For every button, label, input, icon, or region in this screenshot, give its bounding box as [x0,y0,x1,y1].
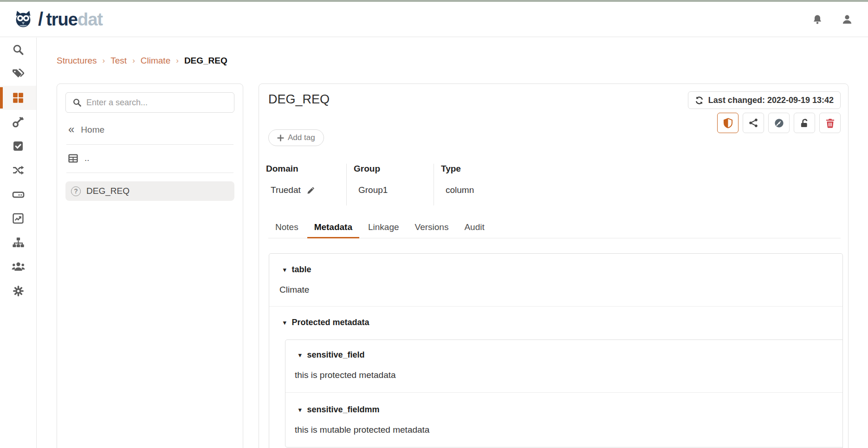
protected-metadata-group: ▾ sensitive_field this is protected meta… [285,339,843,448]
nav-rail [0,38,37,448]
subsection-title: sensitive_field [307,350,365,360]
logo-true: true [46,10,78,29]
field-value: Group1 [358,185,388,195]
caret-down-icon: ▾ [298,406,302,413]
last-changed-label: Last changed: 2022-09-19 13:42 [708,96,834,105]
rail-check-square-icon[interactable] [0,134,36,158]
parent-item-label: .. [84,153,90,163]
field-group: Group Group1 [346,164,434,205]
field-value: column [446,185,474,195]
breadcrumb-test[interactable]: Test [110,56,127,66]
field-domain: Domain Truedat [266,164,346,205]
add-tag-button[interactable]: Add tag [268,129,324,146]
table-icon [68,154,78,163]
delete-trash-button[interactable] [819,113,841,133]
structure-detail-card: DEG_REQ Last changed: 2022-09-19 13:42 [259,83,849,448]
tab-linkage[interactable]: Linkage [361,218,406,238]
page-title: DEG_REQ [268,92,330,107]
app-header: / truedat [0,2,868,37]
gauge-button[interactable] [768,113,790,133]
logo-dat: dat [78,10,103,29]
home-label: Home [81,125,104,135]
rail-chart-icon[interactable] [0,206,36,230]
section-title: table [292,265,311,275]
metadata-panel: ▾ table Climate ▾ Protected metadata ▾ s… [269,253,843,448]
tree-search-input[interactable] [86,98,227,108]
rail-shuffle-icon[interactable] [0,158,36,182]
collapse-to-home[interactable]: « Home [65,125,234,135]
structure-tree-panel: « Home .. ? DEG_REQ [57,83,243,448]
breadcrumb: Structures › Test › Climate › DEG_REQ [57,56,227,66]
tree-item-deg-req[interactable]: ? DEG_REQ [65,181,234,201]
breadcrumb-current: DEG_REQ [184,56,227,66]
unlock-button[interactable] [794,113,815,133]
question-circle-icon: ? [71,186,81,196]
subsection-value: this is mutable protected metadata [295,425,838,435]
section-value: Climate [279,285,832,295]
metadata-subsection-sensitive-fieldmm[interactable]: ▾ sensitive_fieldmm [295,405,838,415]
field-type: Type column [434,164,582,205]
rail-settings-gear-icon[interactable] [0,279,36,303]
tree-item-label: DEG_REQ [86,186,130,196]
breadcrumb-structures[interactable]: Structures [57,56,97,66]
divider [269,306,842,307]
breadcrumb-separator: › [132,56,135,65]
caret-down-icon: ▾ [298,352,302,358]
divider [66,173,233,173]
rail-key-icon[interactable] [0,110,36,134]
plus-icon [277,134,284,141]
owl-logo-icon [13,9,33,30]
double-chevron-left-icon: « [68,124,74,135]
last-changed-button[interactable]: Last changed: 2022-09-19 13:42 [688,91,841,109]
field-label: Type [441,164,582,174]
divider [285,392,843,393]
rail-sitemap-icon[interactable] [0,230,36,255]
tab-versions[interactable]: Versions [408,218,456,238]
tab-audit[interactable]: Audit [457,218,491,238]
tab-metadata[interactable]: Metadata [307,218,359,238]
metadata-section-protected[interactable]: ▾ Protected metadata [279,318,832,327]
rail-search-icon[interactable] [0,38,36,62]
user-avatar-icon[interactable] [842,14,852,25]
field-value: Truedat [271,185,301,195]
breadcrumb-separator: › [103,56,105,65]
rail-tags-icon[interactable] [0,62,36,86]
refresh-icon [695,96,704,105]
caret-down-icon: ▾ [283,319,286,326]
field-label: Domain [266,164,346,174]
subsection-value: this is protected metadata [295,370,838,380]
search-icon [72,98,82,107]
share-button[interactable] [743,113,764,133]
tree-search-box[interactable] [65,92,234,113]
action-toolbar [717,113,841,133]
rail-drive-icon[interactable] [0,182,36,206]
rail-structures-icon[interactable] [0,86,36,110]
metadata-subsection-sensitive-field[interactable]: ▾ sensitive_field [295,350,838,360]
breadcrumb-separator: › [176,56,179,65]
logo-slash: / [38,9,43,30]
breadcrumb-climate[interactable]: Climate [141,56,170,66]
metadata-section-table[interactable]: ▾ table [279,265,832,275]
section-title: Protected metadata [292,318,369,327]
caret-down-icon: ▾ [283,266,286,273]
protected-metadata-shield-button[interactable] [717,113,738,133]
subsection-title: sensitive_fieldmm [307,405,380,415]
tree-item-parent[interactable]: .. [65,153,234,163]
divider [66,144,233,145]
structure-summary-fields: Domain Truedat Group Group1 Type column [266,164,582,205]
truedat-logo[interactable]: / truedat [13,9,103,30]
detail-tabs: Notes Metadata Linkage Versions Audit [268,218,841,238]
add-tag-label: Add tag [288,133,315,142]
rail-users-icon[interactable] [0,255,36,279]
field-label: Group [354,164,434,174]
edit-pencil-icon[interactable] [306,186,315,195]
tab-notes[interactable]: Notes [268,218,305,238]
notifications-bell-icon[interactable] [812,14,823,25]
